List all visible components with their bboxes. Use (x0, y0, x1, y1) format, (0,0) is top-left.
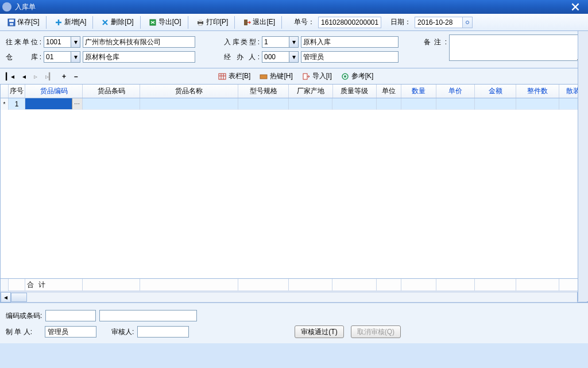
svg-rect-6 (199, 24, 202, 25)
cell[interactable] (401, 98, 436, 110)
exit-button[interactable]: 退出[E] (239, 16, 279, 29)
remove-row-button[interactable]: – (74, 72, 78, 80)
vendor-code-input[interactable] (44, 36, 71, 48)
form-panel: 往来单位: ▾ 入库类型: ▾ 备注: 仓 库: ▾ 经 办 人: (0, 31, 588, 68)
export-icon (149, 18, 157, 26)
print-icon (196, 18, 204, 26)
barcode-input-1[interactable] (45, 310, 96, 321)
scroll-thumb[interactable] (11, 293, 27, 302)
chevron-down-icon[interactable]: ▾ (71, 51, 80, 63)
cell[interactable] (289, 98, 333, 110)
col-amount[interactable]: 金额 (475, 85, 517, 98)
scroll-track[interactable] (11, 292, 577, 302)
intype-label: 入库类型: (224, 37, 260, 47)
scroll-left-button[interactable]: ◂ (1, 292, 11, 302)
next-record-button[interactable]: ▹ (34, 72, 37, 80)
add-row-button[interactable]: + (62, 72, 66, 80)
prev-record-button[interactable]: ◂ (22, 72, 26, 80)
columns-button[interactable]: 表栏[B] (218, 71, 251, 81)
save-icon (7, 18, 16, 26)
date-input[interactable] (415, 17, 463, 28)
svg-rect-2 (10, 23, 13, 25)
col-product-name[interactable]: 货品名称 (140, 85, 238, 98)
cell[interactable] (332, 98, 377, 110)
vertical-scrollbar[interactable] (578, 31, 588, 301)
grid-body: * 1 ⋯ (1, 98, 587, 288)
table-row[interactable]: * 1 ⋯ (1, 98, 587, 110)
lookup-button[interactable]: ⋯ (72, 98, 82, 109)
handler-code-combo[interactable]: ▾ (262, 51, 299, 63)
reference-button[interactable]: 参考[K] (341, 71, 374, 81)
cell-seq[interactable]: 1 (9, 98, 26, 110)
barcode-input-2[interactable] (99, 310, 197, 321)
maker-label: 制 单 人: (6, 327, 41, 337)
col-price[interactable]: 单价 (436, 85, 475, 98)
save-button[interactable]: 保存[S] (3, 16, 44, 29)
cell-product-code-editing[interactable]: ⋯ (25, 98, 83, 110)
docno-input[interactable] (318, 17, 381, 28)
app-icon (2, 2, 11, 12)
col-qty[interactable]: 数量 (401, 85, 436, 98)
intype-code-input[interactable] (262, 36, 289, 48)
cell[interactable] (436, 98, 475, 110)
delete-button[interactable]: 删除[D] (97, 16, 137, 29)
last-record-button[interactable]: ▹▎ (45, 72, 54, 80)
col-whole[interactable]: 整件数 (516, 85, 559, 98)
import-button[interactable]: 导入[I] (302, 71, 332, 81)
intype-name-input[interactable] (301, 36, 399, 48)
warehouse-code-input[interactable] (44, 51, 71, 63)
cell[interactable] (238, 98, 289, 110)
print-label: 打印[P] (206, 17, 229, 27)
date-picker-button[interactable] (462, 17, 473, 28)
handler-name-input[interactable] (301, 51, 399, 63)
hotkey-button[interactable]: 热键[H] (260, 71, 292, 81)
svg-rect-10 (260, 75, 267, 79)
maker-input[interactable] (45, 326, 96, 338)
handler-code-input[interactable] (262, 51, 289, 63)
bottom-panel: 编码或条码: 制 单 人: 审核人: 审核通过(T) 取消审核(Q) (0, 303, 588, 343)
cell[interactable] (475, 98, 517, 110)
auditor-input[interactable] (137, 326, 189, 338)
main-toolbar: 保存[S] 新增[A] 删除[D] 导出[O] 打印[P] 退出[E] 单号： … (0, 14, 588, 31)
row-indicator: * (1, 98, 9, 110)
intype-code-combo[interactable]: ▾ (262, 36, 299, 48)
cell[interactable] (377, 98, 401, 110)
vendor-code-combo[interactable]: ▾ (44, 36, 80, 48)
cell[interactable] (516, 98, 559, 110)
export-label: 导出[O] (158, 17, 181, 27)
add-label: 新增[A] (64, 17, 87, 27)
warehouse-name-input[interactable] (83, 51, 195, 63)
handler-label: 经 办 人: (224, 52, 260, 62)
chevron-down-icon[interactable]: ▾ (289, 36, 299, 48)
col-barcode[interactable]: 货品条码 (83, 85, 140, 98)
chevron-down-icon[interactable]: ▾ (71, 36, 80, 48)
col-unit[interactable]: 单位 (377, 85, 401, 98)
vendor-name-input[interactable] (83, 36, 195, 48)
col-spec[interactable]: 型号规格 (238, 85, 289, 98)
svg-point-8 (466, 21, 469, 24)
plus-icon (55, 18, 63, 26)
approve-button[interactable]: 审核通过(T) (295, 325, 343, 338)
col-product-code[interactable]: 货品编码 (25, 85, 83, 98)
close-button[interactable] (565, 1, 586, 13)
export-button[interactable]: 导出[O] (145, 16, 185, 29)
exit-icon (243, 18, 251, 26)
chevron-down-icon[interactable]: ▾ (289, 51, 299, 63)
col-seq[interactable]: 序号 (9, 85, 25, 98)
keyboard-icon (260, 72, 268, 80)
col-quality[interactable]: 质量等级 (333, 85, 377, 98)
col-origin[interactable]: 厂家产地 (289, 85, 333, 98)
warehouse-code-combo[interactable]: ▾ (44, 51, 80, 63)
remark-textarea[interactable] (449, 34, 582, 61)
print-button[interactable]: 打印[P] (192, 16, 233, 29)
unapprove-button[interactable]: 取消审核(Q) (351, 325, 401, 338)
exit-label: 退出[E] (253, 17, 275, 27)
reference-icon (341, 72, 349, 80)
cell[interactable] (83, 98, 140, 110)
first-record-button[interactable]: ▎◂ (6, 72, 14, 80)
import-icon (302, 72, 310, 80)
cell[interactable] (140, 98, 238, 110)
horizontal-scrollbar[interactable]: ◂ ▸ (1, 291, 587, 302)
delete-icon (101, 18, 109, 26)
add-button[interactable]: 新增[A] (51, 16, 91, 29)
